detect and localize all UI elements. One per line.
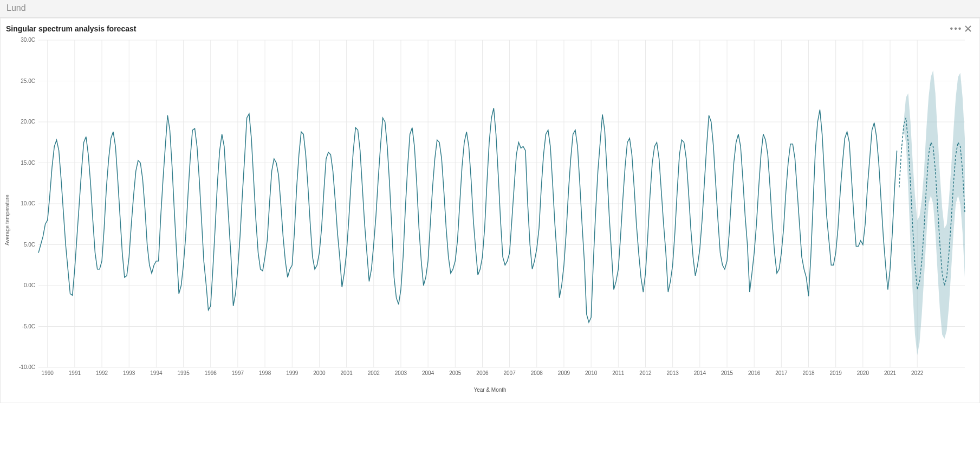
svg-text:-10.0C: -10.0C (19, 364, 35, 370)
svg-text:1999: 1999 (286, 370, 298, 376)
svg-text:1993: 1993 (123, 370, 135, 376)
svg-text:2008: 2008 (531, 370, 543, 376)
svg-text:25.0C: 25.0C (21, 78, 35, 84)
svg-text:20.0C: 20.0C (21, 119, 35, 125)
svg-text:1997: 1997 (232, 370, 244, 376)
svg-text:15.0C: 15.0C (21, 160, 35, 166)
svg-text:10.0C: 10.0C (21, 200, 35, 206)
svg-text:2011: 2011 (612, 370, 625, 376)
close-icon (964, 25, 972, 33)
svg-text:1991: 1991 (69, 370, 81, 376)
svg-text:2015: 2015 (721, 370, 734, 376)
svg-text:1990: 1990 (42, 370, 54, 376)
svg-text:2014: 2014 (694, 370, 706, 376)
svg-text:2022: 2022 (911, 370, 924, 376)
chart-card: Singular spectrum analysis forecast ••• … (0, 18, 980, 403)
svg-text:2004: 2004 (422, 370, 434, 376)
svg-text:2003: 2003 (395, 370, 407, 376)
more-options-button[interactable]: ••• (950, 23, 962, 35)
ellipsis-icon: ••• (950, 24, 963, 33)
svg-text:2012: 2012 (639, 370, 652, 376)
svg-text:1994: 1994 (150, 370, 163, 376)
svg-text:2010: 2010 (585, 370, 598, 376)
svg-text:2018: 2018 (802, 370, 815, 376)
svg-text:2021: 2021 (884, 370, 897, 376)
x-axis-label: Year & Month (6, 384, 974, 397)
svg-text:2005: 2005 (449, 370, 462, 376)
svg-text:2020: 2020 (857, 370, 869, 376)
svg-text:1992: 1992 (96, 370, 108, 376)
close-button[interactable] (962, 23, 974, 35)
svg-text:2009: 2009 (558, 370, 570, 376)
plot-area: Average temperature 19901991199219931994… (1, 37, 979, 403)
svg-text:2013: 2013 (667, 370, 679, 376)
page-header: Lund (0, 0, 980, 18)
svg-text:2019: 2019 (830, 370, 842, 376)
svg-text:-5.0C: -5.0C (22, 323, 35, 329)
line-chart[interactable]: 1990199119921993199419951996199719981999… (6, 37, 970, 384)
svg-text:2007: 2007 (504, 370, 516, 376)
svg-text:1998: 1998 (259, 370, 271, 376)
svg-text:5.0C: 5.0C (24, 242, 35, 248)
page-title: Lund (7, 3, 26, 12)
y-axis-label: Average temperature (4, 195, 10, 245)
svg-text:2006: 2006 (476, 370, 489, 376)
svg-text:0.0C: 0.0C (24, 282, 35, 288)
svg-text:2002: 2002 (368, 370, 380, 376)
svg-text:2001: 2001 (340, 370, 353, 376)
svg-text:1995: 1995 (177, 370, 190, 376)
svg-text:2016: 2016 (748, 370, 761, 376)
card-header: Singular spectrum analysis forecast ••• (1, 18, 979, 37)
svg-text:1996: 1996 (205, 370, 217, 376)
card-title: Singular spectrum analysis forecast (6, 24, 136, 33)
svg-text:2017: 2017 (775, 370, 788, 376)
svg-text:30.0C: 30.0C (21, 37, 35, 43)
svg-text:2000: 2000 (313, 370, 326, 376)
